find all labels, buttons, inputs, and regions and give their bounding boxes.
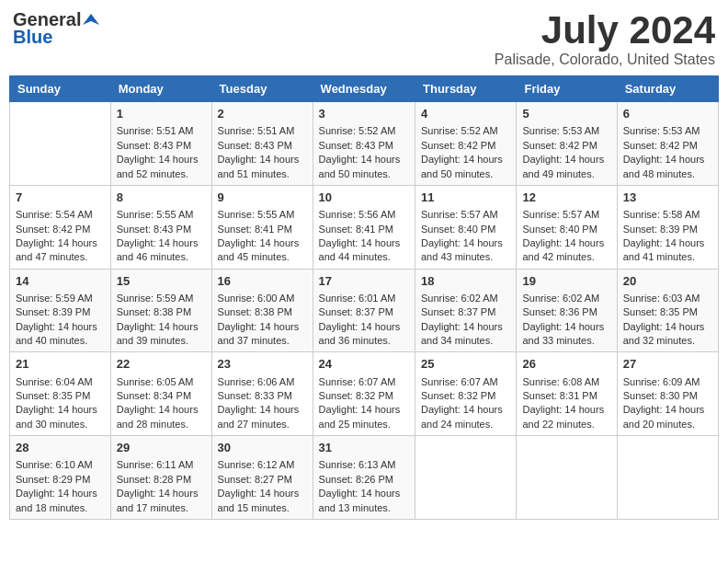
sunset-text: Sunset: 8:40 PM — [522, 224, 597, 235]
daylight-text: Daylight: 14 hours and 17 minutes. — [117, 488, 199, 512]
sunrise-text: Sunrise: 6:00 AM — [218, 293, 295, 304]
sunrise-text: Sunrise: 5:53 AM — [623, 125, 700, 136]
sunset-text: Sunset: 8:27 PM — [218, 474, 292, 485]
calendar-cell: 13Sunrise: 5:58 AMSunset: 8:39 PMDayligh… — [617, 185, 718, 269]
daylight-text: Daylight: 14 hours and 22 minutes. — [522, 404, 604, 429]
day-number: 15 — [117, 273, 206, 290]
sunrise-text: Sunrise: 6:04 AM — [16, 376, 93, 387]
daylight-text: Daylight: 14 hours and 33 minutes. — [522, 321, 604, 346]
calendar-cell: 23Sunrise: 6:06 AMSunset: 8:33 PMDayligh… — [211, 352, 313, 436]
calendar-cell — [617, 436, 718, 520]
day-number: 5 — [522, 106, 610, 122]
cell-content: 25Sunrise: 6:07 AMSunset: 8:32 PMDayligh… — [421, 356, 510, 429]
sunrise-text: Sunrise: 5:58 AM — [623, 209, 700, 220]
daylight-text: Daylight: 14 hours and 40 minutes. — [16, 321, 97, 346]
sunrise-text: Sunrise: 5:52 AM — [319, 125, 396, 136]
cell-content: 24Sunrise: 6:07 AMSunset: 8:32 PMDayligh… — [319, 356, 409, 429]
weekday-header-saturday: Saturday — [617, 76, 718, 102]
sunrise-text: Sunrise: 5:57 AM — [421, 209, 498, 220]
day-number: 12 — [522, 190, 610, 206]
cell-content: 21Sunrise: 6:04 AMSunset: 8:35 PMDayligh… — [16, 356, 105, 429]
sunset-text: Sunset: 8:43 PM — [117, 140, 191, 151]
calendar-cell: 5Sunrise: 5:53 AMSunset: 8:42 PMDaylight… — [517, 102, 617, 186]
title-area: July 2024 Palisade, Colorado, United Sta… — [495, 9, 715, 68]
sunrise-text: Sunrise: 5:54 AM — [16, 209, 93, 220]
day-number: 30 — [218, 440, 307, 456]
sunrise-text: Sunrise: 6:12 AM — [218, 459, 295, 470]
calendar-table: SundayMondayTuesdayWednesdayThursdayFrid… — [9, 75, 719, 520]
cell-content: 3Sunrise: 5:52 AMSunset: 8:43 PMDaylight… — [319, 106, 409, 178]
daylight-text: Daylight: 14 hours and 28 minutes. — [117, 404, 199, 429]
cell-content: 10Sunrise: 5:56 AMSunset: 8:41 PMDayligh… — [319, 190, 409, 262]
calendar-cell: 18Sunrise: 6:02 AMSunset: 8:37 PMDayligh… — [415, 269, 517, 352]
sunset-text: Sunset: 8:41 PM — [218, 224, 292, 235]
day-number: 16 — [218, 273, 307, 290]
calendar-week-2: 7Sunrise: 5:54 AMSunset: 8:42 PMDaylight… — [10, 185, 719, 269]
calendar-cell: 4Sunrise: 5:52 AMSunset: 8:42 PMDaylight… — [415, 102, 517, 186]
cell-content: 30Sunrise: 6:12 AMSunset: 8:27 PMDayligh… — [218, 440, 307, 512]
location-text: Palisade, Colorado, United States — [495, 52, 715, 68]
calendar-cell: 28Sunrise: 6:10 AMSunset: 8:29 PMDayligh… — [10, 436, 111, 520]
sunrise-text: Sunrise: 5:55 AM — [218, 209, 295, 220]
sunset-text: Sunset: 8:32 PM — [421, 390, 495, 401]
weekday-header-tuesday: Tuesday — [211, 76, 313, 102]
cell-content: 5Sunrise: 5:53 AMSunset: 8:42 PMDaylight… — [522, 106, 610, 178]
day-number: 26 — [522, 356, 610, 373]
cell-content: 11Sunrise: 5:57 AMSunset: 8:40 PMDayligh… — [421, 190, 510, 262]
sunset-text: Sunset: 8:42 PM — [623, 140, 698, 151]
calendar-cell: 1Sunrise: 5:51 AMSunset: 8:43 PMDaylight… — [110, 102, 211, 186]
calendar-cell: 10Sunrise: 5:56 AMSunset: 8:41 PMDayligh… — [313, 185, 415, 269]
day-number: 17 — [319, 273, 409, 290]
sunrise-text: Sunrise: 6:13 AM — [319, 459, 396, 470]
day-number: 31 — [319, 440, 409, 456]
cell-content: 1Sunrise: 5:51 AMSunset: 8:43 PMDaylight… — [117, 106, 206, 178]
daylight-text: Daylight: 14 hours and 37 minutes. — [218, 321, 300, 346]
day-number: 14 — [16, 273, 105, 290]
calendar-cell — [517, 436, 617, 520]
sunrise-text: Sunrise: 6:01 AM — [319, 293, 396, 304]
calendar-cell: 15Sunrise: 5:59 AMSunset: 8:38 PMDayligh… — [110, 269, 211, 352]
day-number: 9 — [218, 190, 307, 206]
cell-content: 27Sunrise: 6:09 AMSunset: 8:30 PMDayligh… — [623, 356, 712, 429]
day-number: 1 — [117, 106, 206, 122]
weekday-header-row: SundayMondayTuesdayWednesdayThursdayFrid… — [10, 76, 719, 102]
daylight-text: Daylight: 14 hours and 50 minutes. — [421, 154, 503, 178]
daylight-text: Daylight: 14 hours and 30 minutes. — [16, 404, 97, 429]
calendar-cell: 25Sunrise: 6:07 AMSunset: 8:32 PMDayligh… — [415, 352, 517, 436]
sunset-text: Sunset: 8:28 PM — [117, 474, 191, 485]
cell-content: 9Sunrise: 5:55 AMSunset: 8:41 PMDaylight… — [218, 190, 307, 262]
calendar-cell: 21Sunrise: 6:04 AMSunset: 8:35 PMDayligh… — [10, 352, 111, 436]
daylight-text: Daylight: 14 hours and 24 minutes. — [421, 404, 503, 429]
sunset-text: Sunset: 8:35 PM — [16, 390, 90, 401]
day-number: 10 — [319, 190, 409, 206]
cell-content: 13Sunrise: 5:58 AMSunset: 8:39 PMDayligh… — [623, 190, 712, 262]
daylight-text: Daylight: 14 hours and 51 minutes. — [218, 154, 300, 178]
logo-bird-icon — [83, 12, 99, 29]
weekday-header-friday: Friday — [517, 76, 617, 102]
day-number: 6 — [623, 106, 712, 122]
day-number: 4 — [421, 106, 510, 122]
sunrise-text: Sunrise: 6:11 AM — [117, 459, 194, 470]
daylight-text: Daylight: 14 hours and 32 minutes. — [623, 321, 705, 346]
cell-content: 4Sunrise: 5:52 AMSunset: 8:42 PMDaylight… — [421, 106, 510, 178]
daylight-text: Daylight: 14 hours and 20 minutes. — [623, 404, 705, 429]
cell-content: 22Sunrise: 6:05 AMSunset: 8:34 PMDayligh… — [117, 356, 206, 429]
calendar-cell: 22Sunrise: 6:05 AMSunset: 8:34 PMDayligh… — [110, 352, 211, 436]
sunset-text: Sunset: 8:42 PM — [421, 140, 495, 151]
daylight-text: Daylight: 14 hours and 36 minutes. — [319, 321, 401, 346]
weekday-header-monday: Monday — [110, 76, 211, 102]
day-number: 22 — [117, 356, 206, 373]
day-number: 25 — [421, 356, 510, 373]
sunrise-text: Sunrise: 5:56 AM — [319, 209, 396, 220]
sunset-text: Sunset: 8:41 PM — [319, 224, 393, 235]
calendar-cell: 12Sunrise: 5:57 AMSunset: 8:40 PMDayligh… — [517, 185, 617, 269]
svg-marker-0 — [83, 14, 99, 25]
day-number: 27 — [623, 356, 712, 373]
day-number: 19 — [522, 273, 610, 290]
sunrise-text: Sunrise: 5:52 AM — [421, 125, 498, 136]
daylight-text: Daylight: 14 hours and 49 minutes. — [522, 154, 604, 178]
daylight-text: Daylight: 14 hours and 42 minutes. — [522, 237, 604, 262]
cell-content: 12Sunrise: 5:57 AMSunset: 8:40 PMDayligh… — [522, 190, 610, 262]
sunset-text: Sunset: 8:37 PM — [319, 306, 393, 317]
daylight-text: Daylight: 14 hours and 47 minutes. — [16, 237, 97, 262]
